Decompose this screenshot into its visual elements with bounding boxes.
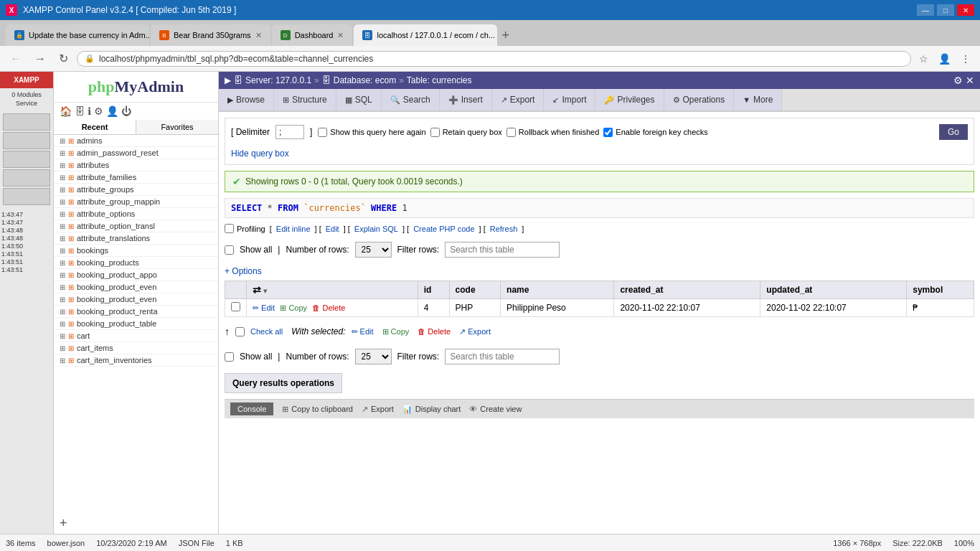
delete-link[interactable]: 🗑 Delete [312, 303, 345, 312]
filter-input-top[interactable] [445, 242, 560, 258]
show-again-checkbox[interactable] [318, 128, 327, 137]
create-php-link[interactable]: Create PHP code [413, 225, 474, 233]
with-selected-export[interactable]: ↗ Export [459, 327, 491, 336]
privileges-tab[interactable]: 🔑 Privileges [595, 89, 664, 110]
more-tab[interactable]: ▼ More [734, 89, 782, 110]
back-btn[interactable]: ← [6, 51, 26, 67]
with-selected-delete[interactable]: 🗑 Delete [418, 327, 451, 336]
browser-tab-4[interactable]: 🗄 localhost / 127.0.0.1 / ecom / ch... ✕ [354, 24, 497, 46]
col-symbol[interactable]: symbol [907, 281, 974, 299]
query-results-ops-btn[interactable]: Query results operations [225, 373, 342, 393]
pma-table-attributes[interactable]: ⊞ ⊞ attributes [54, 159, 218, 171]
header-gear-icon[interactable]: ⚙ [953, 75, 963, 86]
browser-tab-3[interactable]: D Dashboard ✕ [272, 24, 353, 46]
pma-table-booking-product-even2[interactable]: ⊞ ⊞ booking_product_even [54, 293, 218, 306]
hide-query-link[interactable]: Hide query box [231, 149, 289, 159]
explain-sql-link[interactable]: Explain SQL [354, 225, 398, 233]
rows-select-bottom[interactable]: 25 50 100 [355, 349, 392, 364]
close-btn[interactable]: ✕ [957, 4, 974, 16]
browse-tab[interactable]: ▶ Browse [219, 89, 274, 110]
recent-tab[interactable]: Recent [54, 120, 136, 134]
refresh-link[interactable]: Refresh [490, 225, 518, 233]
table-icon: ⊞ [68, 247, 74, 255]
header-close-icon[interactable]: ✕ [966, 75, 974, 86]
console-button[interactable]: Console [230, 402, 273, 415]
tab2-close[interactable]: ✕ [255, 31, 262, 40]
pma-table-booking-product-renta[interactable]: ⊞ ⊞ booking_product_renta [54, 306, 218, 318]
maximize-btn[interactable]: □ [937, 4, 954, 16]
pma-table-attribute-translations[interactable]: ⊞ ⊞ attribute_translations [54, 232, 218, 245]
add-table-btn[interactable]: + [60, 516, 67, 530]
with-selected-copy[interactable]: ⊞ Copy [382, 327, 410, 336]
browser-tab-1[interactable]: 🔒 Update the base currency in Adm... ✕ [6, 24, 149, 46]
show-all-checkbox-top[interactable] [225, 245, 234, 255]
search-tab[interactable]: 🔍 Search [382, 89, 440, 110]
pma-table-attribute-group-mapping[interactable]: ⊞ ⊞ attribute_group_mappin [54, 196, 218, 208]
structure-tab[interactable]: ⊞ Structure [274, 89, 336, 110]
pma-table-attribute-groups[interactable]: ⊞ ⊞ attribute_groups [54, 184, 218, 196]
go-button[interactable]: Go [939, 124, 968, 140]
exit-icon[interactable]: ⏻ [121, 105, 131, 117]
forward-btn[interactable]: → [30, 51, 50, 67]
export-tab[interactable]: ↗ Export [492, 89, 545, 110]
col-name[interactable]: name [501, 281, 614, 299]
retain-query-checkbox[interactable] [430, 128, 440, 137]
copy-to-clipboard-action[interactable]: ⊞ Copy to clipboard [282, 405, 353, 414]
profiling-checkbox-input[interactable] [225, 224, 234, 233]
with-selected-edit[interactable]: ✏ Edit [352, 327, 374, 336]
col-created-at[interactable]: created_at [614, 281, 760, 299]
options-link[interactable]: + Options [225, 266, 974, 276]
check-all-checkbox[interactable] [235, 327, 245, 336]
pma-table-cart[interactable]: ⊞ ⊞ cart [54, 330, 218, 342]
filter-input-bottom[interactable] [445, 349, 560, 364]
row-checkbox[interactable] [231, 302, 240, 311]
rollback-checkbox[interactable] [507, 128, 516, 137]
edit-link[interactable]: ✏ Edit [253, 303, 275, 313]
pma-table-attribute-options[interactable]: ⊞ ⊞ attribute_options [54, 208, 218, 220]
browser-tab-2[interactable]: B Bear Brand 350grams ✕ [151, 24, 270, 46]
pma-table-bookings[interactable]: ⊞ ⊞ bookings [54, 245, 218, 257]
refresh-btn[interactable]: ↻ [55, 50, 72, 67]
pma-table-attribute-families[interactable]: ⊞ ⊞ attribute_families [54, 171, 218, 184]
col-code[interactable]: code [449, 281, 500, 299]
show-all-checkbox-bottom[interactable] [225, 352, 234, 362]
operations-tab[interactable]: ⚙ Operations [664, 89, 735, 110]
address-bar[interactable]: 🔒 localhost/phpmyadmin/tbl_sql.php?db=ec… [77, 51, 911, 67]
pma-table-admins[interactable]: ⊞ ⊞ admins [54, 135, 218, 147]
pma-table-booking-product-table[interactable]: ⊞ ⊞ booking_product_table [54, 318, 218, 330]
profile-btn[interactable]: 👤 [935, 52, 954, 66]
export-action[interactable]: ↗ Export [362, 405, 394, 414]
edit-inline-link[interactable]: Edit inline [276, 225, 311, 233]
insert-tab[interactable]: ➕ Insert [440, 89, 492, 110]
rows-select-top[interactable]: 25 50 100 [355, 242, 392, 258]
info-icon[interactable]: ℹ [88, 105, 91, 117]
delimiter-input[interactable] [275, 125, 304, 139]
pma-table-cart-item-inventories[interactable]: ⊞ ⊞ cart_item_inventories [54, 354, 218, 367]
database-icon[interactable]: 🗄 [75, 105, 85, 117]
tab3-close[interactable]: ✕ [337, 31, 344, 40]
check-all-link[interactable]: Check all [250, 327, 283, 336]
favorites-tab[interactable]: Favorites [136, 120, 218, 134]
user-icon[interactable]: 👤 [106, 105, 118, 117]
create-view-action[interactable]: 👁 Create view [469, 405, 522, 413]
pma-table-booking-product-even1[interactable]: ⊞ ⊞ booking_product_even [54, 281, 218, 293]
import-tab[interactable]: ↙ Import [544, 89, 595, 110]
foreign-keys-checkbox[interactable] [603, 128, 613, 137]
pma-table-booking-products[interactable]: ⊞ ⊞ booking_products [54, 257, 218, 269]
new-tab-btn[interactable]: + [499, 25, 512, 46]
minimize-btn[interactable]: — [917, 4, 934, 16]
copy-link[interactable]: ⊞ Copy [280, 303, 307, 313]
bookmark-btn[interactable]: ☆ [915, 52, 932, 66]
sql-tab[interactable]: ▦ SQL [336, 89, 382, 110]
col-updated-at[interactable]: updated_at [760, 281, 907, 299]
pma-table-admin-password-reset[interactable]: ⊞ ⊞ admin_password_reset [54, 147, 218, 159]
menu-btn[interactable]: ⋮ [957, 52, 974, 66]
settings-icon[interactable]: ⚙ [94, 105, 103, 117]
display-chart-action[interactable]: 📊 Display chart [402, 405, 461, 414]
col-id[interactable]: id [418, 281, 449, 299]
edit-link[interactable]: Edit [326, 225, 339, 233]
home-icon[interactable]: 🏠 [60, 105, 72, 117]
pma-table-cart-items[interactable]: ⊞ ⊞ cart_items [54, 342, 218, 354]
pma-table-booking-product-appo[interactable]: ⊞ ⊞ booking_product_appo [54, 269, 218, 281]
pma-table-attribute-option-transl[interactable]: ⊞ ⊞ attribute_option_transl [54, 220, 218, 232]
